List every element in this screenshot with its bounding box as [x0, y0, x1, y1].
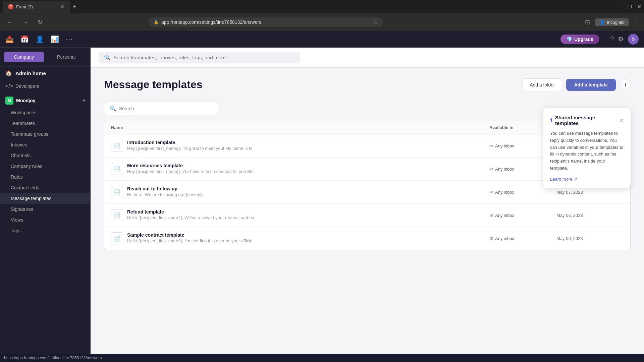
template-search-input[interactable]: [119, 106, 212, 111]
info-button[interactable]: ℹ: [620, 79, 631, 90]
available-in-cell: ✉ Any inbox: [489, 236, 556, 241]
inbox-label: Any inbox: [495, 213, 514, 218]
sidebar-item-views[interactable]: Views: [0, 215, 90, 225]
incognito-badge: 👤 Incognito: [595, 18, 629, 26]
analytics-icon[interactable]: 📊: [51, 35, 59, 43]
tab-favicon: F: [8, 4, 13, 9]
personal-tab[interactable]: Personal: [47, 52, 87, 62]
date-cell: May 06, 2023: [556, 236, 624, 241]
template-preview: Hi there, We are following up.{{survey}}: [127, 192, 203, 197]
template-name: Introduction template: [127, 140, 253, 145]
sidebar-item-tags[interactable]: Tags: [0, 225, 90, 236]
popup-close-button[interactable]: ✕: [620, 117, 624, 124]
template-preview: Hey {{recipient.first_name}}, It's great…: [127, 146, 253, 151]
content-area: Message templates Add a folder Add a tem…: [91, 68, 644, 362]
column-name: Name: [111, 125, 489, 130]
available-in-cell: ✉ Any inbox: [489, 190, 556, 195]
main-content: 🔍 Message templates Add a folder Add a t…: [91, 48, 644, 362]
org-group-header[interactable]: M Moodjoy ▾: [0, 94, 90, 107]
code-icon: </>: [5, 83, 12, 89]
popup-info-icon: ℹ: [550, 117, 552, 124]
more-icon[interactable]: ⋯: [66, 35, 72, 43]
template-name: Reach out to follow up: [127, 186, 203, 191]
sidebar-item-company-rules[interactable]: Company rules: [0, 161, 90, 172]
incognito-icon: 👤: [599, 20, 605, 25]
table-row[interactable]: 📄 Sample contract template Hello {{recip…: [104, 227, 630, 250]
sidebar-item-signatures[interactable]: Signatures: [0, 204, 90, 215]
sidebar-item-inboxes[interactable]: Inboxes: [0, 139, 90, 150]
content-toolbar: Add a folder Add a template ℹ: [523, 78, 631, 91]
external-link-icon: ↗: [574, 177, 577, 182]
back-button[interactable]: ←: [4, 17, 15, 27]
sidebar-nav-items: Workspaces Teammates Teammate groups Inb…: [0, 107, 90, 236]
template-search-bar[interactable]: 🔍: [104, 102, 218, 115]
row-name-cell: 📄 Introduction template Hey {{recipient.…: [111, 140, 489, 152]
extensions-button[interactable]: ⊡: [585, 18, 590, 26]
popup-body: You can use message templates to reply q…: [550, 130, 624, 172]
template-file-icon: 📄: [111, 163, 123, 175]
developers-item[interactable]: </> Developers: [0, 80, 90, 93]
template-name: More resources template: [127, 163, 254, 168]
email-icon: ✉: [489, 167, 493, 172]
email-icon: ✉: [489, 213, 493, 218]
browser-tab[interactable]: F Front (3) ✕: [3, 1, 70, 13]
popup-header: ℹ Shared message templates ✕: [550, 115, 624, 126]
template-name: Sample contract template: [127, 232, 253, 238]
window-close-button[interactable]: ✕: [637, 4, 641, 9]
learn-more-link[interactable]: Learn more ↗: [550, 177, 624, 182]
main-header: 🔍: [91, 48, 644, 68]
row-name-cell: 📄 Sample contract template Hello {{recip…: [111, 232, 489, 244]
admin-home-item[interactable]: 🏠 Admin home: [0, 67, 90, 80]
company-tab[interactable]: Company: [4, 52, 44, 62]
date-cell: May 06, 2023: [556, 213, 624, 218]
settings-icon[interactable]: ⚙: [618, 35, 624, 43]
sidebar-item-message-templates[interactable]: Message templates: [0, 193, 90, 204]
sidebar-item-teammate-groups[interactable]: Teammate groups: [0, 129, 90, 139]
main-search-input[interactable]: [113, 55, 294, 60]
template-file-icon: 📄: [111, 140, 123, 152]
row-name-cell: 📄 Refund template Hello {{recipient.firs…: [111, 209, 489, 221]
template-info: More resources template Hey {{recipient.…: [127, 163, 254, 174]
add-folder-button[interactable]: Add a folder: [523, 78, 562, 91]
upgrade-button[interactable]: 💎 Upgrade: [560, 35, 599, 44]
email-icon: ✉: [489, 236, 493, 241]
template-info: Introduction template Hey {{recipient.fi…: [127, 140, 253, 151]
home-icon: 🏠: [5, 70, 12, 76]
table-row[interactable]: 📄 Refund template Hello {{recipient.firs…: [104, 204, 630, 227]
bookmark-icon[interactable]: ☆: [373, 19, 378, 25]
main-search-bar[interactable]: 🔍: [99, 52, 300, 63]
page-title: Message templates: [104, 78, 202, 91]
search-icon: 🔍: [104, 54, 111, 61]
window-minimize-button[interactable]: ─: [619, 4, 622, 9]
forward-button[interactable]: →: [19, 17, 31, 27]
sidebar-item-custom-fields[interactable]: Custom fields: [0, 182, 90, 193]
inbox-icon[interactable]: 📥: [5, 35, 14, 43]
template-info: Reach out to follow up Hi there, We are …: [127, 186, 203, 197]
row-name-cell: 📄 Reach out to follow up Hi there, We ar…: [111, 186, 489, 198]
sidebar-item-rules[interactable]: Rules: [0, 172, 90, 182]
sidebar-item-channels[interactable]: Channels: [0, 150, 90, 161]
popup-title: Shared message templates: [555, 115, 617, 126]
calendar-icon[interactable]: 📅: [20, 35, 29, 43]
sidebar-item-workspaces[interactable]: Workspaces: [0, 107, 90, 118]
info-popup: ℹ Shared message templates ✕ You can use…: [543, 108, 631, 188]
contacts-icon[interactable]: 👤: [36, 35, 44, 43]
inbox-label: Any inbox: [495, 236, 514, 241]
new-tab-button[interactable]: +: [72, 3, 76, 11]
help-icon[interactable]: ?: [610, 35, 614, 43]
window-maximize-button[interactable]: ❐: [628, 4, 632, 9]
status-bar: https://app.frontapp.com/settings/tim:78…: [0, 354, 644, 362]
search-icon-small: 🔍: [110, 105, 116, 112]
inbox-label: Any inbox: [495, 190, 514, 195]
refresh-button[interactable]: ↻: [35, 17, 45, 27]
more-options-button[interactable]: ⋮: [634, 18, 640, 26]
avatar[interactable]: S: [628, 34, 639, 45]
sidebar-item-teammates[interactable]: Teammates: [0, 118, 90, 129]
template-name: Refund template: [127, 209, 254, 215]
address-bar[interactable]: 🔒 app.frontapp.com/settings/tim:7858132/…: [148, 17, 383, 27]
tab-title: Front (3): [16, 4, 58, 9]
tab-close-button[interactable]: ✕: [60, 4, 64, 9]
template-info: Sample contract template Hello {{recipie…: [127, 232, 253, 243]
template-preview: Hello {{recipient.first_name}}, I'm send…: [127, 238, 253, 243]
add-template-button[interactable]: Add a template: [566, 79, 616, 91]
